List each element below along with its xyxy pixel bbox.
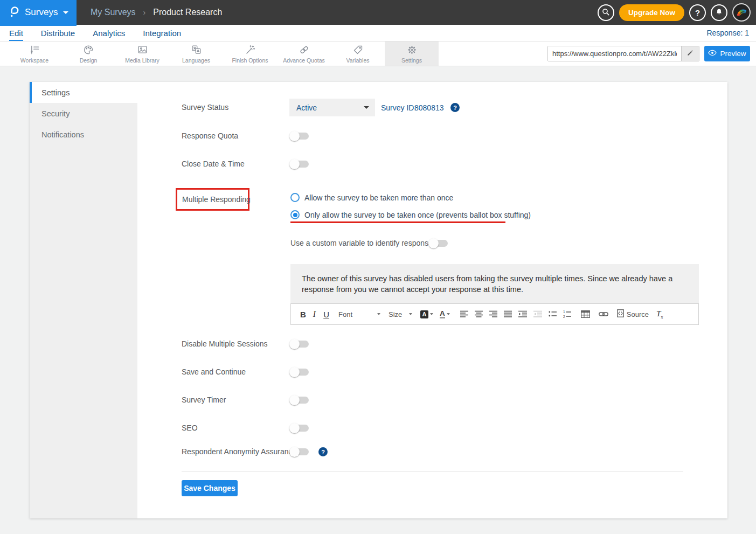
header-actions: Upgrade Now ? [598, 0, 751, 25]
close-date-label: Close Date & Time [182, 159, 245, 169]
palette-icon [83, 44, 94, 56]
upgrade-button[interactable]: Upgrade Now [619, 4, 684, 21]
underline-button[interactable]: U [323, 310, 329, 319]
save-changes-button[interactable]: Save Changes [182, 480, 238, 496]
align-justify-button[interactable] [504, 310, 512, 318]
chevron-down-icon [409, 313, 412, 315]
svg-text:1: 1 [563, 310, 565, 314]
edit-url-button[interactable] [681, 46, 699, 61]
toolbar-item-design[interactable]: Design [61, 41, 115, 66]
search-button[interactable] [598, 4, 614, 21]
response-quota-toggle[interactable] [289, 131, 309, 141]
survey-status-value: Active [296, 103, 317, 112]
tab-analytics[interactable]: Analytics [93, 25, 125, 41]
custom-variable-toggle[interactable] [428, 238, 448, 248]
multiple-responding-label: Multiple Responding [182, 195, 251, 204]
seo-toggle[interactable] [289, 423, 309, 433]
sidebar-item-notifications[interactable]: Notifications [30, 124, 137, 145]
breadcrumb-my-surveys[interactable]: My Surveys [91, 8, 136, 17]
indent-button[interactable] [518, 310, 527, 318]
disable-sessions-toggle[interactable] [289, 339, 309, 349]
survey-status-select[interactable]: Active [289, 99, 375, 116]
notifications-button[interactable] [711, 4, 727, 21]
toolbar-item-media-library[interactable]: Media Library [115, 41, 169, 66]
chevron-down-icon [63, 11, 68, 14]
remove-format-button[interactable]: Tx [656, 309, 663, 320]
survey-url-field [547, 46, 699, 61]
bold-button[interactable]: B [300, 310, 306, 319]
align-center-button[interactable] [475, 310, 483, 318]
bell-icon [715, 8, 723, 18]
languages-icon [191, 44, 202, 56]
numbered-list-button[interactable]: 12 [563, 310, 571, 318]
multiple-response-message[interactable]: The owner of this survey has disabled us… [290, 264, 699, 303]
survey-url-input[interactable] [548, 46, 681, 61]
radio-only-once-label[interactable]: Only allow the survey to be taken once (… [304, 211, 531, 220]
toolbar-item-languages[interactable]: Languages [169, 41, 223, 66]
tab-distribute[interactable]: Distribute [41, 25, 75, 41]
avatar[interactable] [732, 3, 751, 22]
help-button[interactable]: ? [689, 4, 706, 21]
only-once-red-underline [290, 221, 505, 223]
bullet-list-button[interactable] [549, 310, 557, 318]
edit-toolbar: Workspace Design Media L [0, 41, 756, 66]
source-button[interactable]: Source [617, 309, 649, 319]
radio-allow-multiple[interactable] [290, 193, 300, 202]
survey-timer-toggle[interactable] [289, 395, 309, 405]
toolbar-item-settings[interactable]: Settings [385, 41, 439, 66]
disable-sessions-label: Disable Multiple Sessions [182, 339, 268, 349]
breadcrumb-separator-icon: › [143, 8, 146, 17]
font-dropdown[interactable]: Font [338, 310, 380, 318]
questionpro-logo-icon [8, 5, 19, 20]
toolbar-item-workspace[interactable]: Workspace [8, 41, 61, 66]
insert-table-button[interactable] [581, 310, 590, 318]
background-color-button[interactable]: A [420, 310, 433, 318]
module-nav: Edit Distribute Analytics Integration Re… [0, 25, 756, 41]
toolbar-item-advance-quotas[interactable]: Advance Quotas [277, 41, 331, 66]
anonymity-help-icon[interactable]: ? [318, 447, 328, 456]
breadcrumb-current: Product Research [153, 8, 222, 17]
insert-link-button[interactable] [599, 311, 608, 317]
survey-status-label: Survey Status [182, 103, 228, 112]
align-right-button[interactable] [489, 310, 497, 318]
app-root: Surveys My Surveys › Product Research Up… [0, 0, 756, 534]
save-continue-toggle[interactable] [289, 367, 309, 377]
survey-id-help-icon[interactable]: ? [450, 103, 460, 112]
chevron-down-icon [364, 106, 369, 109]
seo-label: SEO [182, 424, 198, 433]
preview-button[interactable]: Preview [704, 46, 750, 61]
workspace-icon [29, 44, 40, 56]
radio-only-once[interactable] [290, 210, 300, 219]
background-color-icon: A [420, 310, 428, 318]
save-continue-label: Save and Continue [182, 367, 246, 377]
image-icon [137, 44, 148, 56]
magic-wand-icon [245, 44, 256, 56]
radio-allow-multiple-label[interactable]: Allow the survey to be taken more than o… [304, 193, 453, 203]
tab-edit[interactable]: Edit [9, 25, 23, 41]
italic-button[interactable]: I [313, 309, 316, 319]
sidebar-item-settings[interactable]: Settings [30, 82, 137, 103]
toolbar-item-variables[interactable]: Variables [331, 41, 385, 66]
close-date-toggle[interactable] [289, 159, 309, 169]
anonymity-label: Respondent Anonymity Assurance [182, 447, 296, 456]
tab-integration[interactable]: Integration [143, 25, 181, 41]
tag-icon [352, 44, 364, 56]
brand-menu[interactable]: Surveys [0, 0, 77, 25]
svg-text:2: 2 [563, 315, 565, 318]
settings-sidebar: Settings Security Notifications [30, 82, 137, 518]
breadcrumb: My Surveys › Product Research [91, 0, 222, 25]
text-color-icon: A [440, 310, 445, 318]
anonymity-toggle[interactable] [289, 447, 309, 457]
text-color-button[interactable]: A [440, 310, 450, 318]
response-count: Response: 1 [706, 25, 749, 41]
pencil-icon [686, 49, 694, 58]
outdent-button[interactable] [533, 310, 542, 318]
multiple-responding-highlight: Multiple Responding [176, 188, 249, 211]
search-icon [601, 8, 610, 18]
size-dropdown[interactable]: Size [389, 310, 412, 318]
sidebar-item-security[interactable]: Security [30, 103, 137, 124]
toolbar-item-finish-options[interactable]: Finish Options [223, 41, 277, 66]
custom-variable-label: Use a custom variable to identify respon… [290, 239, 436, 248]
rich-text-toolbar: B I U Font Size A A [290, 303, 699, 325]
align-left-button[interactable] [460, 310, 468, 318]
